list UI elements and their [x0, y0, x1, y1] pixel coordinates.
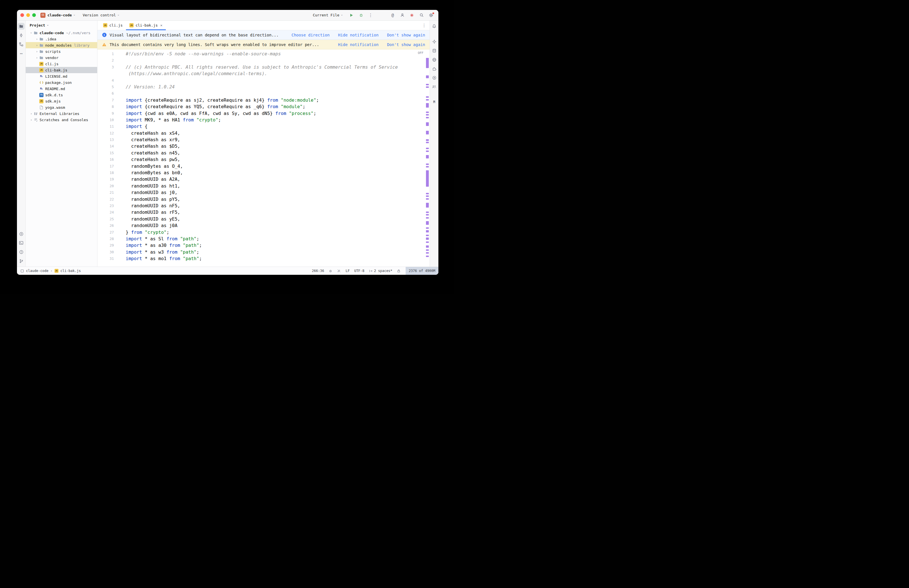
tree-item-sdk-d-ts[interactable]: TSsdk.d.ts	[26, 92, 97, 98]
structure-toolwindow-button[interactable]	[18, 41, 24, 48]
line-number[interactable]: 19	[97, 176, 114, 183]
code-line[interactable]: 5// Version: 1.0.24	[97, 84, 429, 90]
ai-assistant-toolwindow-button[interactable]	[431, 38, 438, 45]
code-line[interactable]: 10import MK9, * as HA1 from "crypto";	[97, 116, 429, 123]
line-number[interactable]: 7	[97, 97, 114, 103]
scroll-mark[interactable]	[426, 221, 429, 225]
scroll-mark[interactable]	[426, 246, 429, 248]
scroll-mark[interactable]	[426, 139, 429, 141]
line-number[interactable]: 18	[97, 170, 114, 176]
line-number[interactable]: 16	[97, 156, 114, 163]
tree-item-license-md[interactable]: M↓LICENSE.md	[26, 73, 97, 79]
scroll-mark[interactable]	[426, 131, 429, 134]
line-number[interactable]: 8	[97, 103, 114, 110]
plugins-toolwindow-button[interactable]	[431, 65, 438, 72]
line-number[interactable]: 3	[97, 64, 114, 70]
chevron-right-icon[interactable]: ›	[35, 44, 39, 47]
tab-close-icon[interactable]: ×	[160, 23, 162, 27]
code-line[interactable]: 15 createHash as n45,	[97, 150, 429, 156]
hot-reload-button[interactable]	[408, 12, 415, 19]
code-line[interactable]: 29import * as a30 from "path";	[97, 242, 429, 249]
line-number[interactable]: 21	[97, 189, 114, 196]
tree-item-cli-js[interactable]: JScli.js	[26, 61, 97, 67]
line-number[interactable]: 17	[97, 163, 114, 170]
banner-link-don-t-show-again[interactable]: Don't show again	[387, 42, 425, 47]
git-toolwindow-button[interactable]	[18, 258, 24, 264]
code-line[interactable]: 28import * as Sl from "path";	[97, 236, 429, 242]
scroll-mark[interactable]	[426, 235, 429, 236]
breadcrumb-file[interactable]: cli-bak.js	[60, 269, 81, 273]
code-line[interactable]: 23 randomUUID as nF5,	[97, 202, 429, 209]
scroll-mark[interactable]	[426, 75, 429, 78]
code-line[interactable]: 22 randomUUID as pY5,	[97, 196, 429, 202]
code-line[interactable]: 2	[97, 57, 429, 63]
line-number[interactable]: 1	[97, 50, 114, 57]
tree-item-scratches-and-consoles[interactable]: ›Scratches and Consoles	[26, 116, 97, 123]
tree-item-package-json[interactable]: { }package.json	[26, 79, 97, 86]
problems-toolwindow-button[interactable]	[18, 249, 24, 255]
code-line[interactable]: 11import {	[97, 123, 429, 130]
project-toolwindow-header[interactable]: Project ›	[26, 21, 97, 30]
close-window-button[interactable]	[20, 13, 24, 17]
scroll-mark[interactable]	[426, 163, 429, 165]
settings-button[interactable]	[428, 12, 434, 19]
mentions-button[interactable]: @	[389, 12, 396, 19]
breadcrumb-project[interactable]: claude-code	[26, 269, 48, 273]
line-number[interactable]: 15	[97, 150, 114, 156]
scroll-mark[interactable]	[426, 122, 429, 126]
minimize-window-button[interactable]	[26, 13, 30, 17]
zoom-window-button[interactable]	[32, 13, 36, 17]
banner-link-choose-direction[interactable]: Choose direction	[292, 33, 329, 37]
scroll-mark[interactable]	[426, 203, 429, 208]
code-line[interactable]: 1#!/usr/bin/env -S node --no-warnings --…	[97, 50, 429, 57]
line-number[interactable]: 22	[97, 196, 114, 202]
code-line[interactable]: 16 createHash as pw5,	[97, 156, 429, 163]
scroll-mark[interactable]	[426, 230, 429, 233]
line-number[interactable]: 23	[97, 202, 114, 209]
endpoints-toolwindow-button[interactable]	[431, 56, 438, 63]
tree-item-yoga-wasm[interactable]: yoga.wasm	[26, 104, 97, 110]
notifications-button[interactable]	[431, 23, 438, 30]
code-line[interactable]: 25 randomUUID as yE5,	[97, 216, 429, 222]
tree-item-external-libraries[interactable]: ›External Libraries	[26, 110, 97, 116]
line-number[interactable]: 29	[97, 242, 114, 249]
line-number[interactable]: 30	[97, 249, 114, 255]
scroll-mark[interactable]	[426, 86, 429, 88]
more-toolwindows-button[interactable]: ⋯	[18, 50, 24, 57]
line-number[interactable]: 13	[97, 136, 114, 143]
line-number[interactable]: 2	[97, 57, 114, 63]
scroll-mark[interactable]	[426, 237, 429, 240]
scroll-mark[interactable]	[426, 241, 429, 243]
banner-link-hide-notification[interactable]: Hide notification	[338, 42, 378, 47]
scroll-mark[interactable]	[426, 195, 429, 197]
tree-item-claude-code[interactable]: ›claude-code~/.nvm/vers	[26, 30, 97, 36]
vcs-widget[interactable]: Version control ›	[83, 13, 119, 17]
commit-toolwindow-button[interactable]	[18, 32, 24, 39]
line-number[interactable]: 5	[97, 84, 114, 90]
code-line[interactable]: 7import {createRequire as sj2, createReq…	[97, 97, 429, 103]
code-line[interactable]: 31import * as mo1 from "path";	[97, 255, 429, 262]
debug-button[interactable]	[358, 12, 364, 19]
project-toolwindow-button[interactable]	[18, 23, 24, 30]
code-line[interactable]: 4	[97, 77, 429, 84]
code-line[interactable]: 26 randomUUID as j0A	[97, 222, 429, 229]
tab-cli-js[interactable]: JScli.js	[100, 21, 126, 30]
scroll-mark[interactable]	[426, 166, 429, 168]
scroll-mark[interactable]	[426, 58, 429, 68]
code-line[interactable]: 20 randomUUID as ht1,	[97, 183, 429, 189]
code-line[interactable]: 6	[97, 90, 429, 97]
code-line[interactable]: (https://www.anthropic.com/legal/commerc…	[97, 70, 429, 77]
run-toolwindow-button[interactable]	[18, 231, 24, 237]
code-line[interactable]: 14 createHash as $D5,	[97, 143, 429, 149]
scroll-mark[interactable]	[426, 148, 429, 149]
scroll-mark[interactable]	[426, 142, 429, 143]
code-line[interactable]: 9import {cwd as e0A, cwd as FfA, cwd as …	[97, 110, 429, 116]
line-number[interactable]: 4	[97, 77, 114, 84]
indent-widget[interactable]: 2 spaces*	[369, 269, 392, 273]
line-separator-widget[interactable]: LF	[346, 269, 349, 273]
account-button[interactable]	[399, 12, 405, 19]
more-actions-button[interactable]: ⋮	[367, 12, 374, 19]
tab-options-button[interactable]: ⋮	[419, 21, 429, 30]
collaboration-toolwindow-button[interactable]	[431, 83, 438, 90]
code-line[interactable]: 19 randomUUID as A2A,	[97, 176, 429, 183]
